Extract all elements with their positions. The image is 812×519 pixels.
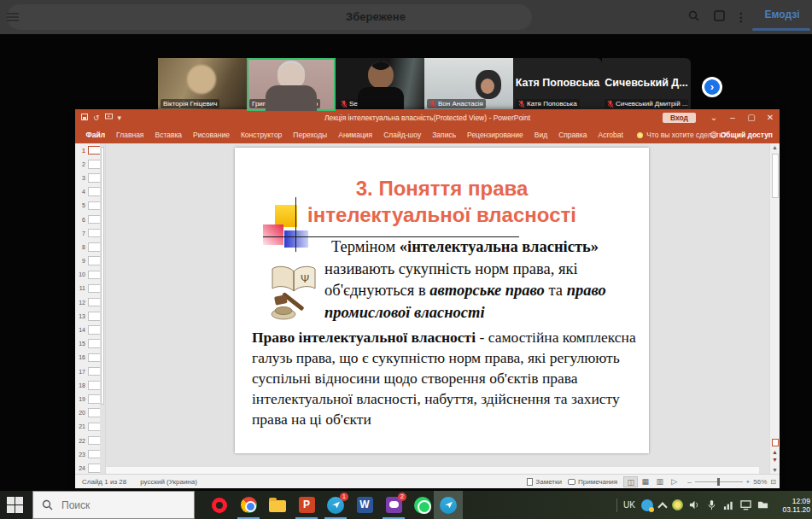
horizontal-scrollbar[interactable] (106, 466, 759, 474)
thumbnail-preview[interactable] (88, 353, 101, 363)
thumbnail-preview[interactable] (88, 464, 101, 473)
zoom-out-button[interactable]: – (687, 478, 691, 486)
ribbon-tab-3[interactable]: Рисование (188, 126, 236, 143)
taskbar-whatsapp[interactable] (408, 491, 437, 519)
thumbnail-preview[interactable] (88, 146, 101, 155)
ribbon-tab-1[interactable]: Главная (111, 126, 149, 143)
slide-canvas[interactable]: 3. Поняття права інтелектуальної власнос… (235, 148, 649, 453)
thumbnail-preview[interactable] (88, 339, 101, 348)
thumbnail-preview[interactable] (88, 187, 101, 196)
customize-qat-icon[interactable]: ▾ (118, 114, 122, 122)
scrollbar-thumb[interactable] (772, 154, 779, 198)
start-button[interactable] (7, 497, 24, 514)
more-options-icon[interactable]: ⋮ (733, 9, 749, 25)
reading-view-button[interactable]: ▥ (652, 476, 667, 487)
undo-icon[interactable]: ↺ (93, 114, 100, 122)
zoom-slider[interactable] (695, 481, 743, 482)
network-signal-icon[interactable] (723, 499, 734, 510)
taskbar-file-explorer[interactable] (263, 491, 292, 519)
menu-icon[interactable] (7, 11, 19, 21)
sign-in-button[interactable]: Вход (663, 113, 696, 123)
search-input[interactable] (60, 499, 179, 512)
slideshow-view-button[interactable]: ▷ (667, 476, 681, 487)
thumbnail-preview[interactable] (88, 436, 101, 446)
thumbnail-preview[interactable] (88, 394, 101, 404)
close-button[interactable]: ✕ (761, 109, 780, 126)
taskbar-viber[interactable]: 2 (379, 491, 408, 519)
ribbon-tab-10[interactable]: Вид (529, 126, 552, 143)
video-tile-1[interactable]: Григорій Дейниченко (247, 58, 336, 111)
microphone-icon[interactable] (706, 499, 717, 510)
ribbon-tab-6[interactable]: Анимация (333, 126, 378, 143)
ribbon-tab-9[interactable]: Рецензирование (462, 126, 529, 143)
video-tile-2[interactable]: Sergey Stone (336, 58, 424, 111)
clock[interactable]: 12:09 03.11.20 (774, 497, 810, 514)
zoom-in-button[interactable]: + (746, 478, 751, 486)
ribbon-tab-4[interactable]: Конструктор (235, 126, 287, 143)
thumbnail-preview[interactable] (88, 298, 101, 307)
thumbnail-preview[interactable] (88, 367, 101, 376)
scroll-up-icon[interactable]: ▲ (770, 144, 780, 150)
skype-icon[interactable] (641, 499, 653, 511)
ink-marker-icon[interactable] (772, 439, 779, 446)
next-participants-button[interactable]: › (702, 77, 722, 97)
taskbar-word[interactable]: W (350, 491, 379, 519)
language-switcher[interactable]: UK (623, 500, 635, 510)
thumbnail-preview[interactable] (88, 408, 101, 417)
tray-expand-icon[interactable] (657, 502, 667, 511)
select-icon[interactable] (711, 9, 727, 25)
ribbon-tab-12[interactable]: Acrobat (593, 126, 628, 143)
thumbnail-preview[interactable] (88, 215, 101, 225)
ribbon-options-icon[interactable]: ⌄ (704, 109, 723, 126)
thumbnail-preview[interactable] (88, 256, 101, 265)
thumbnail-scrollbar[interactable] (100, 143, 105, 474)
ppt-titlebar[interactable]: ↺ ▾ Лекція інтелектуальна власність(Prot… (75, 109, 780, 126)
language-indicator[interactable]: русский (Украина) (140, 478, 197, 486)
thumbnail-preview[interactable] (88, 160, 101, 169)
share-button[interactable]: Общий доступ (710, 131, 773, 139)
ribbon-tab-7[interactable]: Слайд-шоу (378, 126, 427, 143)
taskbar-opera[interactable] (205, 491, 234, 519)
slide-nav-buttons[interactable]: ▲▼ (770, 439, 780, 464)
antivirus-icon[interactable] (672, 499, 683, 510)
thumbnail-preview[interactable] (88, 284, 101, 294)
thumbnail-preview[interactable] (88, 201, 101, 211)
ribbon-tab-8[interactable]: Запись (427, 126, 462, 143)
notes-toggle[interactable]: Заметки (527, 478, 562, 486)
video-tile-0[interactable]: Вікторія Гніцевич (158, 58, 247, 111)
scroll-down-icon[interactable]: ▼ (770, 467, 780, 473)
thumbnail-preview[interactable] (88, 450, 101, 459)
taskbar-powerpoint[interactable]: P (292, 491, 321, 519)
search-icon[interactable] (686, 9, 701, 25)
ribbon-tab-5[interactable]: Переходы (288, 126, 333, 143)
taskbar-active-app[interactable] (434, 491, 463, 519)
ribbon-tab-2[interactable]: Вставка (149, 126, 188, 143)
save-icon[interactable] (81, 114, 88, 122)
slide-sorter-view-button[interactable]: ▦ (638, 476, 652, 487)
ribbon-tab-11[interactable]: Справка (553, 126, 593, 143)
thumbnail-preview[interactable] (88, 312, 101, 321)
vertical-scrollbar[interactable]: ▲ ▲▼ ▼ (769, 143, 780, 474)
taskbar-chrome[interactable] (234, 491, 263, 519)
minimize-button[interactable]: – (723, 109, 742, 126)
taskbar-telegram[interactable]: 1 (321, 491, 350, 519)
fit-slide-button[interactable]: ⊡ (770, 478, 776, 486)
volume-icon[interactable] (689, 499, 700, 510)
thumbnail-preview[interactable] (88, 173, 101, 183)
restore-button[interactable]: ▢ (742, 109, 761, 126)
tab-emoji[interactable]: Емодзі (756, 9, 809, 20)
audio-tile-1[interactable]: Сичевський Д... Сичевський Дмитрій ... (602, 58, 691, 111)
video-tile-3[interactable]: Вон Анастасія (424, 58, 513, 111)
display-icon[interactable] (740, 499, 751, 510)
comments-toggle[interactable]: Примечания (568, 478, 617, 486)
thumbnail-preview[interactable] (88, 229, 101, 238)
normal-view-button[interactable]: ◫ (623, 476, 638, 487)
thumbnail-preview[interactable] (88, 381, 101, 390)
taskbar-search[interactable] (32, 491, 195, 519)
zoom-level[interactable]: 56% (753, 478, 767, 486)
thumbnail-preview[interactable] (88, 271, 101, 280)
ribbon-tab-0[interactable]: Файл (80, 126, 111, 143)
thumbnail-preview[interactable] (88, 242, 101, 252)
audio-tile-0[interactable]: Катя Поповська Катя Поповська (513, 58, 602, 111)
folder-tray-icon[interactable] (757, 499, 768, 510)
